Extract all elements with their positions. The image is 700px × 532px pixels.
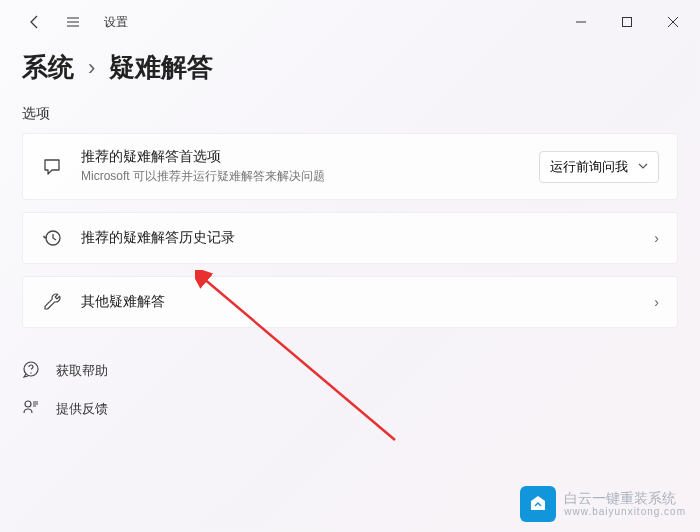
card-title: 推荐的疑难解答首选项 (81, 148, 521, 166)
card-subtitle: Microsoft 可以推荐并运行疑难解答来解决问题 (81, 168, 521, 185)
watermark-url: www.baiyunxitong.com (564, 506, 686, 517)
window-title: 设置 (104, 14, 128, 31)
chevron-right-icon: › (654, 294, 659, 310)
svg-point-3 (30, 372, 31, 373)
chevron-down-icon (638, 159, 648, 174)
help-link-label: 提供反馈 (56, 400, 108, 418)
breadcrumb-parent[interactable]: 系统 (22, 50, 74, 85)
watermark: 白云一键重装系统 www.baiyunxitong.com (520, 486, 686, 522)
chevron-right-icon: › (88, 55, 95, 81)
history-icon (41, 227, 63, 249)
dropdown-value: 运行前询问我 (550, 158, 628, 176)
titlebar: 设置 (0, 0, 700, 44)
card-preferences: 推荐的疑难解答首选项 Microsoft 可以推荐并运行疑难解答来解决问题 运行… (22, 133, 678, 200)
svg-rect-0 (623, 18, 632, 27)
watermark-text: 白云一键重装系统 (564, 491, 686, 506)
back-button[interactable] (20, 7, 50, 37)
section-label: 选项 (22, 105, 678, 123)
card-title: 推荐的疑难解答历史记录 (81, 229, 636, 247)
close-button[interactable] (650, 6, 696, 38)
feedback-icon (22, 398, 40, 420)
help-link-label: 获取帮助 (56, 362, 108, 380)
card-title: 其他疑难解答 (81, 293, 636, 311)
chevron-right-icon: › (654, 230, 659, 246)
card-other-troubleshoot[interactable]: 其他疑难解答 › (22, 276, 678, 328)
help-icon (22, 360, 40, 382)
wrench-icon (41, 291, 63, 313)
minimize-button[interactable] (558, 6, 604, 38)
maximize-button[interactable] (604, 6, 650, 38)
chat-icon (41, 156, 63, 178)
breadcrumb: 系统 › 疑难解答 (22, 50, 678, 85)
watermark-logo-icon (520, 486, 556, 522)
preferences-dropdown[interactable]: 运行前询问我 (539, 151, 659, 183)
menu-button[interactable] (58, 7, 88, 37)
get-help-link[interactable]: 获取帮助 (22, 352, 678, 390)
feedback-link[interactable]: 提供反馈 (22, 390, 678, 428)
breadcrumb-current: 疑难解答 (109, 50, 213, 85)
svg-point-4 (25, 401, 31, 407)
card-history[interactable]: 推荐的疑难解答历史记录 › (22, 212, 678, 264)
